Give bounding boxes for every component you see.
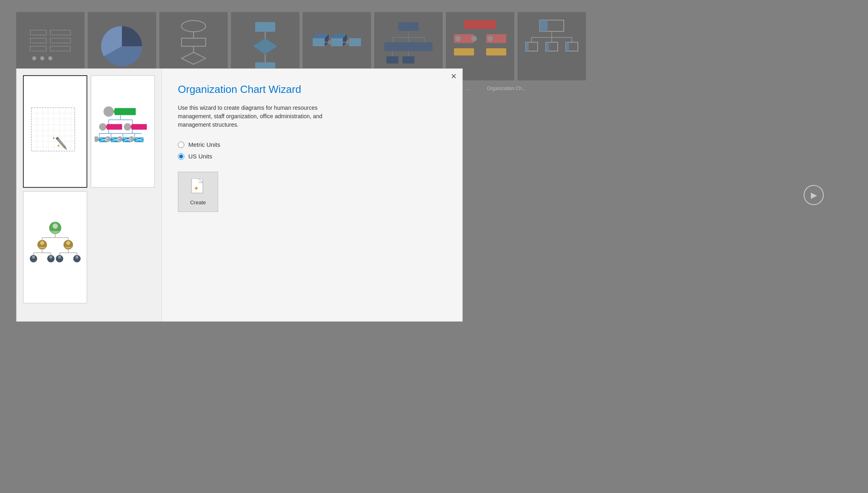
thumb-org-colorful[interactable] xyxy=(91,75,155,188)
svg-point-150 xyxy=(58,256,61,259)
svg-rect-62 xyxy=(566,42,569,51)
svg-point-97 xyxy=(124,123,131,131)
svg-rect-11 xyxy=(181,38,206,46)
svg-rect-42 xyxy=(464,20,496,29)
svg-rect-95 xyxy=(107,124,122,129)
svg-rect-35 xyxy=(384,42,400,51)
svg-rect-37 xyxy=(416,42,433,51)
svg-rect-15 xyxy=(255,22,275,32)
wizard-description: Use this wizard to create diagrams for h… xyxy=(178,104,347,129)
svg-rect-39 xyxy=(386,56,398,64)
us-units-option[interactable]: US Units xyxy=(178,153,446,160)
svg-point-48 xyxy=(455,36,461,41)
close-button[interactable]: ✕ xyxy=(451,73,457,80)
svg-rect-45 xyxy=(454,48,474,55)
svg-point-146 xyxy=(32,256,35,259)
svg-rect-3 xyxy=(50,30,70,35)
svg-rect-98 xyxy=(132,124,147,129)
svg-marker-17 xyxy=(253,38,277,54)
svg-rect-36 xyxy=(400,42,416,51)
svg-point-94 xyxy=(99,123,107,131)
svg-point-6 xyxy=(32,56,36,60)
svg-marker-12 xyxy=(181,52,206,64)
svg-rect-58 xyxy=(526,42,529,51)
modal-dialog: ✕ xyxy=(16,68,463,322)
right-panel: Organization Chart Wizard Use this wizar… xyxy=(161,69,462,321)
svg-point-7 xyxy=(40,56,44,60)
wizard-title: Organization Chart Wizard xyxy=(178,83,446,96)
svg-point-10 xyxy=(181,21,206,32)
left-panel xyxy=(16,69,161,321)
svg-rect-26 xyxy=(349,38,361,46)
svg-rect-0 xyxy=(30,30,46,35)
svg-point-107 xyxy=(95,136,99,142)
svg-rect-46 xyxy=(486,48,506,55)
bg-thumb-8[interactable] xyxy=(518,12,586,80)
bg-label-2: Organization Ch... xyxy=(487,86,526,91)
svg-point-47 xyxy=(471,36,477,41)
svg-point-136 xyxy=(66,241,70,245)
svg-rect-60 xyxy=(546,42,549,51)
metric-units-radio[interactable] xyxy=(178,142,184,148)
svg-rect-51 xyxy=(540,20,548,31)
svg-point-49 xyxy=(487,36,493,41)
svg-text:✦: ✦ xyxy=(194,185,199,192)
thumb-grid-pencil[interactable] xyxy=(23,75,87,188)
svg-rect-29 xyxy=(398,22,419,31)
svg-point-128 xyxy=(53,224,58,229)
svg-point-148 xyxy=(49,256,52,259)
svg-rect-2 xyxy=(30,46,46,51)
thumb-people-circles[interactable] xyxy=(23,191,87,304)
svg-rect-63 xyxy=(31,108,75,151)
create-button-label: Create xyxy=(190,199,206,205)
svg-rect-4 xyxy=(50,38,70,43)
metric-units-label: Metric Units xyxy=(188,141,220,148)
svg-point-87 xyxy=(103,106,114,117)
svg-rect-1 xyxy=(30,38,46,43)
create-button[interactable]: ✦ Create xyxy=(178,172,218,212)
play-button[interactable]: ▶ xyxy=(804,185,824,205)
us-units-radio[interactable] xyxy=(178,153,184,160)
units-radio-group: Metric Units US Units xyxy=(178,141,446,160)
svg-rect-5 xyxy=(50,46,70,51)
us-units-label: US Units xyxy=(188,153,212,160)
metric-units-option[interactable]: Metric Units xyxy=(178,141,446,148)
svg-point-134 xyxy=(40,241,44,245)
svg-point-152 xyxy=(75,256,78,259)
svg-rect-41 xyxy=(402,56,414,64)
bg-label-1: ... xyxy=(467,86,471,91)
svg-rect-20 xyxy=(313,38,325,46)
svg-point-8 xyxy=(48,56,52,60)
svg-rect-23 xyxy=(331,38,343,46)
create-document-icon: ✦ xyxy=(190,179,206,197)
svg-rect-88 xyxy=(115,108,136,115)
